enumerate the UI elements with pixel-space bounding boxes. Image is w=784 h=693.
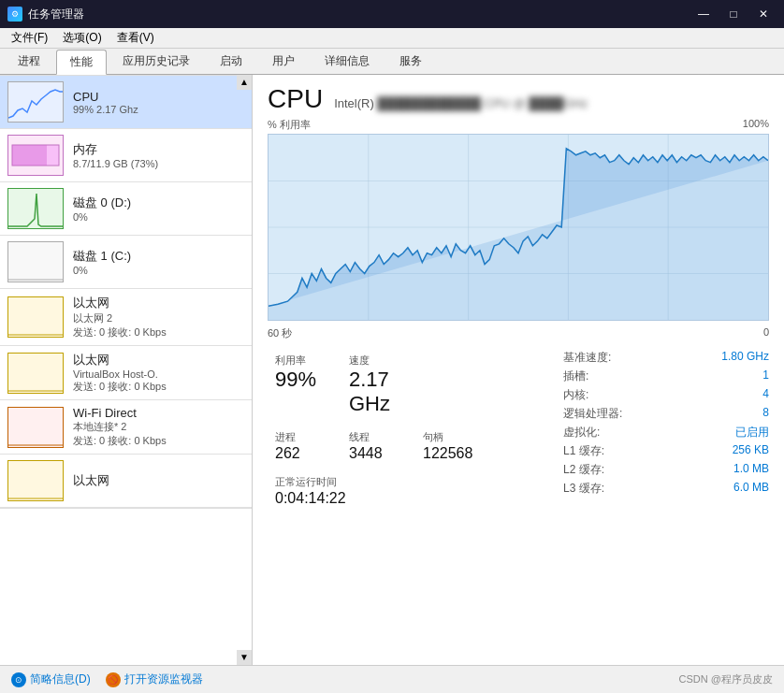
handles-label: 句柄: [423, 430, 482, 444]
sidebar-item-disk1[interactable]: 磁盘 1 (C:) 0%: [0, 236, 252, 289]
sidebar-item-wifi[interactable]: Wi-Fi Direct 本地连接* 2 发送: 0 接收: 0 Kbps: [0, 400, 252, 455]
disk0-sidebar-stat: 0%: [73, 211, 244, 223]
open-resource-monitor-link[interactable]: 🚫 打开资源监视器: [106, 671, 203, 687]
eth2-sidebar-name: 以太网: [73, 352, 244, 368]
mem-sidebar-info: 内存 8.7/11.9 GB (73%): [73, 141, 244, 169]
menu-file[interactable]: 文件(F): [4, 28, 55, 48]
spec-l3: L3 缓存: 6.0 MB: [563, 481, 769, 497]
cpu-detail-panel: CPU Intel(R) ████████████ CPU @ ████GHz …: [253, 75, 784, 665]
chart-label-right: 100%: [743, 118, 769, 132]
cpu-sidebar-stat: 99% 2.17 Ghz: [73, 104, 244, 115]
tab-process[interactable]: 进程: [4, 49, 54, 74]
disk1-sidebar-stat: 0%: [73, 265, 244, 276]
cpu-sidebar-info: CPU 99% 2.17 Ghz: [73, 90, 244, 115]
chart-label-left: % 利用率: [268, 118, 311, 132]
base-speed-val: 1.80 GHz: [721, 350, 769, 366]
handles-block: 句柄 122568: [415, 426, 489, 466]
spec-l2: L2 缓存: 1.0 MB: [563, 462, 769, 478]
sidebar-item-eth3[interactable]: 以太网: [0, 455, 252, 508]
tab-services[interactable]: 服务: [385, 49, 436, 74]
wifi-sidebar-name: Wi-Fi Direct: [73, 406, 244, 420]
uptime-block: 正常运行时间 0:04:14:22: [268, 471, 563, 511]
menu-options[interactable]: 选项(O): [55, 28, 109, 48]
eth1-sidebar-stat1: 以太网 2: [73, 311, 244, 325]
threads-value: 3448: [349, 444, 408, 462]
threads-label: 线程: [349, 430, 408, 444]
stats-area: 利用率 99% 速度 2.17 GHz 进程 262 线程 34: [268, 350, 769, 511]
virt-key: 虚拟化:: [563, 425, 600, 440]
eth2-mini-graph: [7, 353, 64, 394]
wifi-sidebar-info: Wi-Fi Direct 本地连接* 2 发送: 0 接收: 0 Kbps: [73, 406, 244, 448]
spec-base-speed: 基准速度: 1.80 GHz: [563, 350, 769, 366]
chart-time-left: 60 秒: [268, 326, 292, 340]
cpu-model-blurred: ████████████ CPU @ ████GHz: [377, 96, 588, 110]
chart-time-row: 60 秒 0: [268, 326, 769, 340]
sidebar-item-disk0[interactable]: 磁盘 0 (D:) 0%: [0, 182, 252, 236]
title-controls: — □ ✕: [690, 5, 777, 23]
stats-grid-top: 利用率 99% 速度 2.17 GHz: [268, 350, 563, 421]
stats-left: 利用率 99% 速度 2.17 GHz 进程 262 线程 34: [268, 350, 563, 511]
menu-view[interactable]: 查看(V): [109, 28, 162, 48]
close-button[interactable]: ✕: [750, 5, 777, 23]
simple-info-icon: ⊙: [11, 672, 26, 687]
bottom-left: ⊙ 简略信息(D) 🚫 打开资源监视器: [11, 671, 203, 687]
eth2-sidebar-stat1: VirtualBox Host-O.: [73, 368, 244, 380]
mem-sidebar-stat: 8.7/11.9 GB (73%): [73, 158, 244, 169]
disk1-sidebar-info: 磁盘 1 (C:) 0%: [73, 248, 244, 276]
simple-info-link[interactable]: ⊙ 简略信息(D): [11, 671, 91, 687]
open-resource-monitor-label[interactable]: 打开资源监视器: [124, 671, 203, 687]
processes-label: 进程: [275, 430, 334, 444]
wifi-mini-graph: [7, 407, 64, 448]
disk0-sidebar-info: 磁盘 0 (D:) 0%: [73, 195, 244, 223]
sidebar-item-cpu[interactable]: CPU 99% 2.17 Ghz: [0, 76, 252, 129]
tab-startup[interactable]: 启动: [206, 49, 256, 74]
handles-value: 122568: [423, 444, 482, 462]
sidebar-item-memory[interactable]: 内存 8.7/11.9 GB (73%): [0, 129, 252, 182]
eth2-sidebar-stat2: 发送: 0 接收: 0 Kbps: [73, 380, 244, 394]
eth1-mini-graph: [7, 296, 64, 338]
cpu-chart: [268, 134, 769, 321]
tab-details[interactable]: 详细信息: [311, 49, 384, 74]
main-content: ▲ CPU 99% 2.17 Ghz 内存: [0, 75, 784, 665]
sockets-key: 插槽:: [563, 368, 588, 384]
tab-performance[interactable]: 性能: [56, 50, 107, 75]
speed-block: 速度 2.17 GHz: [341, 350, 415, 421]
utilization-label: 利用率: [275, 354, 334, 368]
logical-key: 逻辑处理器:: [563, 406, 622, 422]
specs-panel: 基准速度: 1.80 GHz 插槽: 1 内核: 4 逻辑处理器: 8 虚拟化:: [563, 350, 769, 511]
speed-value: 2.17 GHz: [349, 368, 408, 417]
minimize-button[interactable]: —: [690, 5, 717, 23]
tab-users[interactable]: 用户: [258, 49, 309, 74]
eth1-sidebar-name: 以太网: [73, 295, 244, 311]
sidebar-item-eth2[interactable]: 以太网 VirtualBox Host-O. 发送: 0 接收: 0 Kbps: [0, 346, 252, 400]
eth3-sidebar-name: 以太网: [73, 472, 244, 489]
disk0-sidebar-name: 磁盘 0 (D:): [73, 195, 244, 211]
spec-cores: 内核: 4: [563, 387, 769, 403]
cores-key: 内核:: [563, 387, 588, 403]
resource-monitor-icon: 🚫: [106, 672, 121, 687]
wifi-sidebar-stat2: 发送: 0 接收: 0 Kbps: [73, 434, 244, 448]
app-icon: ⚙: [7, 7, 22, 22]
eth1-sidebar-info: 以太网 以太网 2 发送: 0 接收: 0 Kbps: [73, 295, 244, 339]
tab-history[interactable]: 应用历史记录: [109, 49, 204, 74]
cpu-mini-graph: [7, 81, 64, 123]
bottom-bar: ⊙ 简略信息(D) 🚫 打开资源监视器 CSDN @程序员皮皮: [0, 665, 784, 693]
cores-val: 4: [762, 387, 769, 403]
wifi-sidebar-stat1: 本地连接* 2: [73, 420, 244, 434]
l2-val: 1.0 MB: [733, 462, 769, 478]
l3-key: L3 缓存:: [563, 481, 604, 497]
scroll-up-button[interactable]: ▲: [237, 75, 252, 90]
disk1-sidebar-name: 磁盘 1 (C:): [73, 248, 244, 265]
base-speed-key: 基准速度:: [563, 350, 611, 366]
spec-l1: L1 缓存: 256 KB: [563, 443, 769, 459]
sidebar-item-eth1[interactable]: 以太网 以太网 2 发送: 0 接收: 0 Kbps: [0, 289, 252, 346]
maximize-button[interactable]: □: [720, 5, 747, 23]
watermark: CSDN @程序员皮皮: [679, 672, 773, 686]
eth3-sidebar-info: 以太网: [73, 472, 244, 489]
stats-grid-bottom: 进程 262 线程 3448 句柄 122568: [268, 426, 563, 466]
l1-val: 256 KB: [733, 443, 769, 459]
window-title: 任务管理器: [28, 7, 84, 22]
spec-virt: 虚拟化: 已启用: [563, 425, 769, 440]
scroll-down-button[interactable]: ▼: [237, 650, 252, 665]
simple-info-label[interactable]: 简略信息(D): [30, 671, 91, 687]
